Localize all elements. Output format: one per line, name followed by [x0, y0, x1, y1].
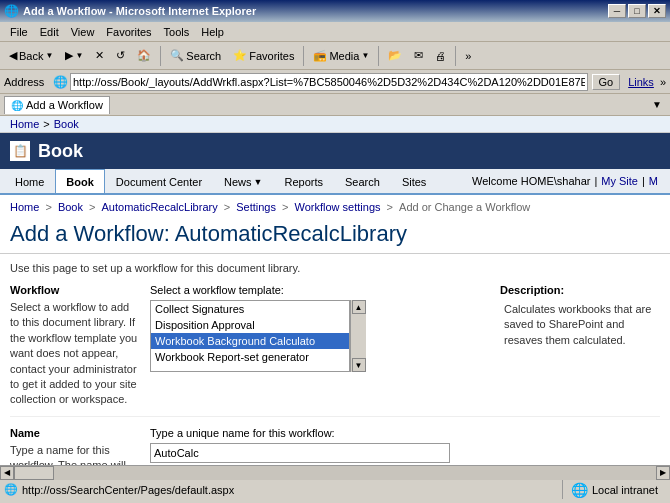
description-text: Calculates workbooks that are saved to S…: [500, 300, 660, 350]
page-title: Add a Workflow: AutomaticRecalcLibrary: [0, 217, 670, 254]
scroll-track[interactable]: [14, 466, 656, 480]
scroll-up-button[interactable]: ▲: [352, 300, 366, 314]
template-option-workbook-background[interactable]: Workbook Background Calculato: [151, 333, 349, 349]
nav-document-center[interactable]: Document Center: [105, 169, 213, 193]
workflow-field-label: Workflow Select a workflow to add to thi…: [10, 284, 150, 408]
m-link[interactable]: M: [649, 175, 658, 187]
page-breadcrumb: Home > Book > AutomaticRecalcLibrary > S…: [0, 199, 670, 217]
nav-document-center-label: Document Center: [116, 176, 202, 188]
minimize-button[interactable]: ─: [608, 4, 626, 18]
workflow-section-title: Workflow: [10, 284, 140, 296]
status-url: http://oss/SearchCenter/Pages/default.as…: [18, 484, 562, 496]
welcome-text: Welcome HOME\shahar: [472, 175, 590, 187]
toolbar-separator-1: [160, 46, 161, 66]
search-button[interactable]: 🔍 Search: [165, 46, 226, 65]
horizontal-scrollbar[interactable]: ◀ ▶: [0, 465, 670, 479]
nav-home[interactable]: Home: [4, 169, 55, 193]
bc-sep-3: >: [224, 201, 233, 213]
history-icon: 📂: [388, 49, 402, 62]
nav-news[interactable]: News ▼: [213, 169, 273, 193]
tab-label: Add a Workflow: [26, 99, 103, 111]
media-button[interactable]: 📻 Media ▼: [308, 46, 374, 65]
sp-site-header: 📋 Book: [0, 133, 670, 169]
name-input-section: Type a unique name for this workflow:: [150, 427, 660, 465]
page-tab[interactable]: 🌐 Add a Workflow: [4, 96, 110, 114]
template-option-disposition-approval[interactable]: Disposition Approval: [151, 317, 349, 333]
back-button[interactable]: ◀ Back ▼: [4, 46, 58, 65]
breadcrumb-link-library[interactable]: AutomaticRecalcLibrary: [102, 201, 218, 213]
template-option-workbook-report[interactable]: Workbook Report-set generator: [151, 349, 349, 365]
page-icon: 🌐: [53, 75, 68, 89]
print-button[interactable]: 🖨: [430, 47, 451, 65]
menu-tools[interactable]: Tools: [158, 24, 196, 40]
forward-button[interactable]: ▶ ▼: [60, 46, 88, 65]
refresh-button[interactable]: ↺: [111, 46, 130, 65]
template-select-label: Select a workflow template:: [150, 284, 490, 296]
breadcrumb-home-link[interactable]: Home: [10, 118, 39, 130]
welcome-area: Welcome HOME\shahar | My Site | M: [437, 169, 666, 193]
address-bar: Address 🌐 Go Links »: [0, 70, 670, 94]
menu-favorites[interactable]: Favorites: [100, 24, 157, 40]
breadcrumb-link-settings[interactable]: Settings: [236, 201, 276, 213]
bc-sep-5: >: [387, 201, 396, 213]
nav-book[interactable]: Book: [55, 169, 105, 193]
status-bar: 🌐 http://oss/SearchCenter/Pages/default.…: [0, 479, 670, 499]
nav-home-label: Home: [15, 176, 44, 188]
more-button[interactable]: »: [460, 47, 476, 65]
new-tab-button[interactable]: ▼: [648, 99, 666, 110]
nav-sites[interactable]: Sites: [391, 169, 437, 193]
breadcrumb-link-workflow-settings[interactable]: Workflow settings: [295, 201, 381, 213]
nav-news-dropdown-icon: ▼: [254, 177, 263, 187]
template-select-container: Collect Signatures Disposition Approval …: [150, 300, 490, 372]
window-icon: 🌐: [4, 4, 19, 18]
favorites-button[interactable]: ⭐ Favorites: [228, 46, 299, 65]
go-button[interactable]: Go: [592, 74, 621, 90]
menu-help[interactable]: Help: [195, 24, 230, 40]
nav-sites-label: Sites: [402, 176, 426, 188]
tab-icon: 🌐: [11, 100, 23, 111]
links-expand-icon[interactable]: »: [660, 76, 666, 88]
toolbar-separator-3: [378, 46, 379, 66]
name-section-description: Type a name for this workflow. The name …: [10, 443, 140, 465]
window-title-bar: 🌐 Add a Workflow - Microsoft Internet Ex…: [0, 0, 670, 22]
workflow-form-row: Workflow Select a workflow to add to thi…: [10, 284, 660, 417]
close-button[interactable]: ✕: [648, 4, 666, 18]
refresh-icon: ↺: [116, 49, 125, 62]
breadcrumb-link-home[interactable]: Home: [10, 201, 39, 213]
home-button[interactable]: 🏠: [132, 46, 156, 65]
menu-file[interactable]: File: [4, 24, 34, 40]
name-field-label: Name Type a name for this workflow. The …: [10, 427, 150, 465]
mail-icon: ✉: [414, 49, 423, 62]
site-icon: 📋: [10, 141, 30, 161]
menu-view[interactable]: View: [65, 24, 101, 40]
mail-button[interactable]: ✉: [409, 46, 428, 65]
scroll-right-button[interactable]: ▶: [656, 466, 670, 480]
sp-site-title: Book: [38, 141, 83, 162]
my-site-link[interactable]: My Site: [601, 175, 638, 187]
breadcrumb-book-link[interactable]: Book: [54, 118, 79, 130]
maximize-button[interactable]: □: [628, 4, 646, 18]
stop-button[interactable]: ✕: [90, 46, 109, 65]
nav-book-label: Book: [66, 176, 94, 188]
name-field-label-above: Type a unique name for this workflow:: [150, 427, 660, 439]
address-input[interactable]: [70, 73, 588, 91]
template-select[interactable]: Collect Signatures Disposition Approval …: [150, 300, 350, 372]
workflow-name-input[interactable]: [150, 443, 450, 463]
scroll-down-button[interactable]: ▼: [352, 358, 366, 372]
top-breadcrumb: Home > Book: [0, 116, 670, 133]
breadcrumb-link-book[interactable]: Book: [58, 201, 83, 213]
menu-bar: File Edit View Favorites Tools Help: [0, 22, 670, 42]
home-icon: 🏠: [137, 49, 151, 62]
links-label[interactable]: Links: [628, 76, 654, 88]
menu-edit[interactable]: Edit: [34, 24, 65, 40]
scroll-thumb[interactable]: [14, 466, 54, 480]
breadcrumb-current: Add or Change a Workflow: [399, 201, 530, 213]
history-button[interactable]: 📂: [383, 46, 407, 65]
nav-search[interactable]: Search: [334, 169, 391, 193]
address-label: Address: [4, 76, 49, 88]
template-option-collect-signatures[interactable]: Collect Signatures: [151, 301, 349, 317]
search-label: Search: [186, 50, 221, 62]
nav-reports[interactable]: Reports: [274, 169, 335, 193]
toolbar-separator-2: [303, 46, 304, 66]
scroll-left-button[interactable]: ◀: [0, 466, 14, 480]
